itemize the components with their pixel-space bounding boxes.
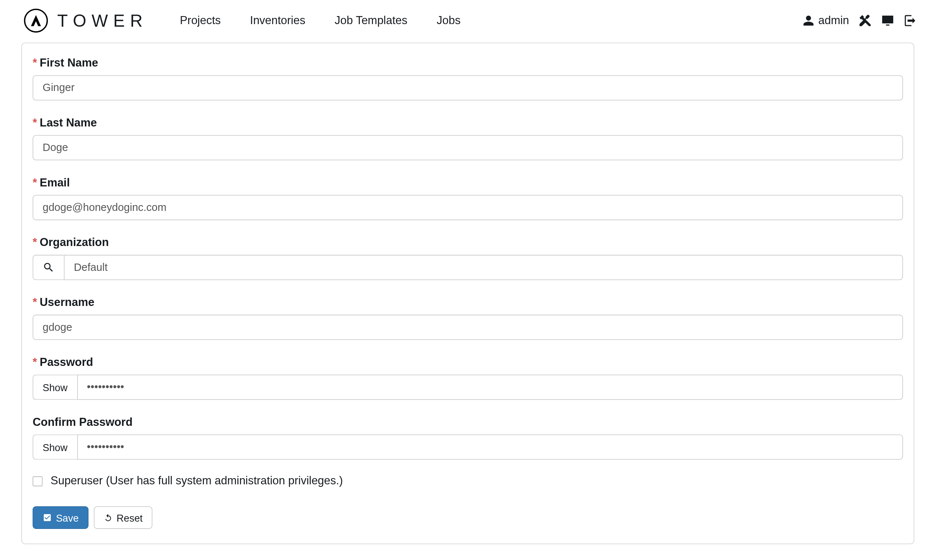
required-marker: * <box>32 176 37 189</box>
confirm-show-button[interactable]: Show <box>32 434 77 460</box>
label-email: * Email <box>32 176 903 189</box>
nav-inventories[interactable]: Inventories <box>250 14 305 27</box>
brand-text: TOWER <box>57 10 148 31</box>
logout-icon[interactable] <box>904 14 917 27</box>
settings-icon[interactable] <box>859 14 872 27</box>
label-first-name: * First Name <box>32 57 903 70</box>
label-organization: * Organization <box>32 236 903 249</box>
nav-job-templates[interactable]: Job Templates <box>334 14 407 27</box>
required-marker: * <box>32 356 37 369</box>
required-marker: * <box>32 57 37 70</box>
password-show-button[interactable]: Show <box>32 375 77 400</box>
input-first-name[interactable] <box>32 75 903 100</box>
user-menu[interactable]: admin <box>802 14 849 27</box>
nav-links: Projects Inventories Job Templates Jobs <box>180 14 461 27</box>
undo-icon <box>104 513 112 522</box>
save-label: Save <box>56 512 79 523</box>
input-password[interactable] <box>77 375 903 400</box>
field-organization: * Organization <box>22 236 914 280</box>
label-last-name: * Last Name <box>32 117 903 130</box>
form-actions: Save Reset <box>22 506 914 529</box>
label-password: * Password <box>32 356 903 369</box>
input-organization[interactable] <box>64 255 903 280</box>
field-password: * Password Show <box>22 356 914 400</box>
required-marker: * <box>32 236 37 249</box>
monitor-icon[interactable] <box>881 14 894 27</box>
brand[interactable]: TOWER <box>24 9 148 33</box>
input-username[interactable] <box>32 315 903 340</box>
field-email: * Email <box>22 176 914 220</box>
nav-projects[interactable]: Projects <box>180 14 221 27</box>
reset-label: Reset <box>117 512 143 523</box>
input-confirm-password[interactable] <box>77 434 903 460</box>
input-last-name[interactable] <box>32 135 903 160</box>
user-icon <box>802 15 814 27</box>
topbar-right: admin <box>802 14 917 27</box>
superuser-label: Superuser (User has full system administ… <box>51 474 343 488</box>
field-confirm-password: Confirm Password Show <box>22 416 914 460</box>
reset-button[interactable]: Reset <box>94 506 153 529</box>
organization-lookup-button[interactable] <box>32 255 64 280</box>
save-button[interactable]: Save <box>32 506 88 529</box>
required-marker: * <box>32 296 37 309</box>
field-last-name: * Last Name <box>22 117 914 160</box>
superuser-row: Superuser (User has full system administ… <box>22 474 914 488</box>
input-email[interactable] <box>32 195 903 220</box>
tower-logo-icon <box>24 9 48 33</box>
field-username: * Username <box>22 296 914 340</box>
label-username: * Username <box>32 296 903 309</box>
nav-jobs[interactable]: Jobs <box>437 14 460 27</box>
field-first-name: * First Name <box>22 57 914 100</box>
user-form-panel: * First Name * Last Name * Email * Organ… <box>21 42 914 544</box>
search-icon <box>42 262 54 274</box>
superuser-checkbox[interactable] <box>32 476 42 486</box>
label-confirm-password: Confirm Password <box>32 416 903 429</box>
topbar: TOWER Projects Inventories Job Templates… <box>0 0 936 41</box>
user-name: admin <box>818 14 849 27</box>
required-marker: * <box>32 117 37 130</box>
check-icon <box>42 513 52 522</box>
